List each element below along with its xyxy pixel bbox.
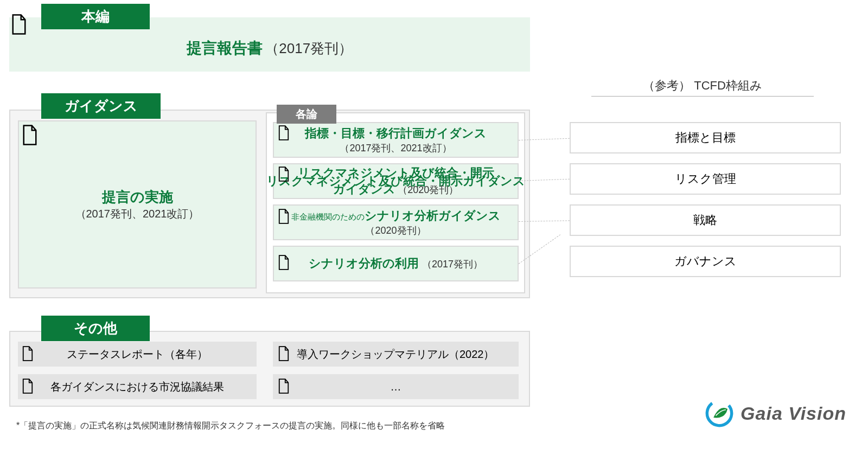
brand-name: Gaia Vision bbox=[741, 403, 846, 424]
report-title: 提言報告書 （2017発刊） bbox=[9, 38, 530, 59]
impl-sub: （2017発刊、2021改訂） bbox=[75, 207, 200, 221]
main-tag: 本編 bbox=[41, 4, 150, 29]
other-item-more: … bbox=[273, 374, 519, 399]
tcfd-map-header: （参考） TCFD枠組み bbox=[591, 78, 814, 97]
detail-box-metrics: 指標・目標・移行計画ガイダンス （2017発刊、2021改訂） bbox=[273, 122, 519, 158]
tcfd-map-governance: ガバナンス bbox=[570, 246, 841, 277]
document-icon bbox=[278, 255, 290, 270]
guidance-tag: ガイダンス bbox=[41, 93, 161, 119]
footnote: *「提言の実施」の正式名称は気候関連財務情報開示タスクフォースの提言の実施。同様… bbox=[16, 420, 445, 432]
document-icon bbox=[22, 346, 34, 361]
leaf-globe-icon bbox=[705, 399, 734, 428]
tcfd-map-metrics: 指標と目標 bbox=[570, 122, 841, 153]
detail-box-risk-text: リスクマネジメント及び統合・開示 ガイダンス （2020発刊） bbox=[273, 163, 519, 199]
detail-tag: 各論 bbox=[277, 105, 336, 124]
document-icon bbox=[22, 379, 34, 394]
document-icon bbox=[278, 346, 290, 361]
document-icon bbox=[278, 209, 290, 224]
other-item-workshop: 導入ワークショップマテリアル（2022） bbox=[273, 342, 519, 367]
detail-box-scenario-nonfin: 非金融機関のためのシナリオ分析ガイダンス （2020発刊） bbox=[273, 204, 519, 240]
other-tag: その他 bbox=[41, 316, 150, 341]
document-icon bbox=[278, 166, 290, 182]
implementation-box: 提言の実施 （2017発刊、2021改訂） bbox=[18, 120, 257, 289]
document-icon bbox=[22, 125, 38, 145]
impl-title: 提言の実施 bbox=[102, 188, 173, 207]
other-item-consult: 各ガイダンスにおける市況協議結果 bbox=[18, 374, 257, 399]
tcfd-map-strategy: 戦略 bbox=[570, 204, 841, 236]
tcfd-map-risk: リスク管理 bbox=[570, 163, 841, 195]
detail-box-scenario-use: シナリオ分析の利用 （2017発刊） bbox=[273, 246, 519, 281]
document-icon bbox=[278, 379, 290, 394]
other-item-status: ステータスレポート（各年） bbox=[18, 342, 257, 367]
brand-logo: Gaia Vision bbox=[705, 399, 846, 428]
diagram-canvas: 本編 提言報告書 （2017発刊） ガイダンス 提言の実施 （2017発刊、20… bbox=[0, 0, 868, 455]
document-icon bbox=[11, 14, 27, 35]
connector-line bbox=[519, 220, 570, 222]
document-icon bbox=[278, 125, 290, 140]
